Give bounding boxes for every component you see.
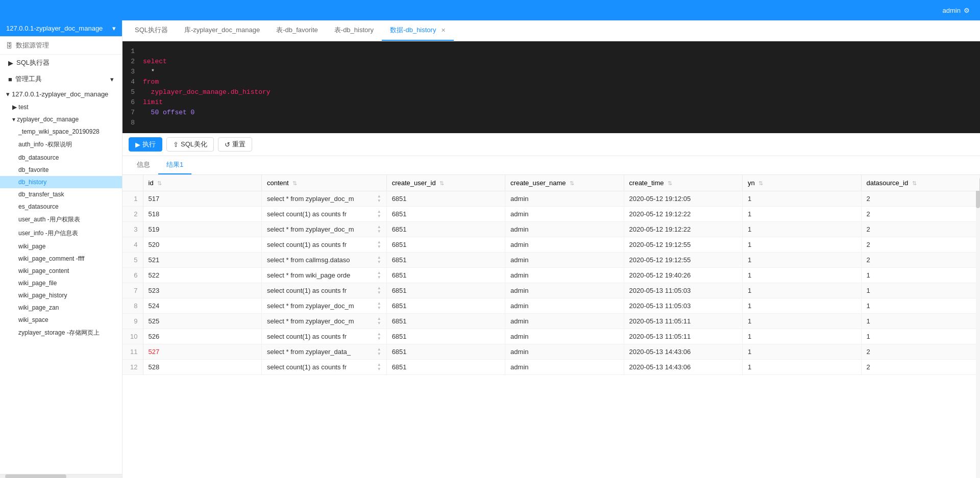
cell-datasource-id[interactable] <box>861 283 979 298</box>
datasource_id-input[interactable] <box>867 210 974 218</box>
cell-id[interactable] <box>143 283 261 298</box>
cell-create-time[interactable] <box>624 191 742 207</box>
cell-content[interactable]: ▲▼ <box>261 283 386 298</box>
content-input[interactable] <box>267 317 376 325</box>
datasource_id-input[interactable] <box>867 195 974 203</box>
tab-db-lib[interactable]: 库-zyplayer_doc_manage <box>176 20 268 41</box>
create_time-input[interactable] <box>629 287 737 294</box>
execute-button[interactable]: ▶ 执行 <box>129 137 162 152</box>
content-input[interactable] <box>267 333 376 340</box>
yn-input[interactable] <box>748 363 855 371</box>
content-input[interactable] <box>267 256 376 264</box>
arrow-up-icon[interactable]: ▲ <box>377 317 381 321</box>
cell-id[interactable] <box>143 191 261 207</box>
tab-table-db-history[interactable]: 表-db_history <box>326 20 382 41</box>
create_time-input[interactable] <box>629 256 737 264</box>
cell-content[interactable]: ▲▼ <box>261 360 386 375</box>
tree-node-wiki-page-zan[interactable]: wiki_page_zan <box>0 301 122 314</box>
cell-create-time[interactable] <box>624 329 742 344</box>
create_user_name-input[interactable] <box>510 256 618 264</box>
tree-node-wiki-space[interactable]: wiki_space <box>0 314 122 326</box>
create_time-input[interactable] <box>629 225 737 233</box>
content-input[interactable] <box>267 348 376 356</box>
col-create-user-id[interactable]: create_user_id ⇅ <box>386 175 505 191</box>
arrow-up-icon[interactable]: ▲ <box>377 256 381 260</box>
cell-id[interactable] <box>143 237 261 253</box>
tree-node-auth-info[interactable]: auth_info -权限说明 <box>0 138 122 152</box>
arrow-up-icon[interactable]: ▲ <box>377 240 381 244</box>
id-input[interactable] <box>149 241 256 248</box>
cell-yn[interactable] <box>743 344 861 360</box>
reset-button[interactable]: ↺ 重置 <box>218 137 252 152</box>
tree-node-wiki-page-content[interactable]: wiki_page_content <box>0 265 122 277</box>
create_user_id-input[interactable] <box>392 225 500 233</box>
create_time-input[interactable] <box>629 302 737 310</box>
tree-node-wiki-page-history[interactable]: wiki_page_history <box>0 289 122 301</box>
tree-node-temp-wiki-space[interactable]: _temp_wiki_space_20190928 <box>0 125 122 138</box>
cell-yn[interactable] <box>743 329 861 344</box>
tree-node-user-auth[interactable]: user_auth -用户权限表 <box>0 213 122 227</box>
cell-id[interactable] <box>143 253 261 268</box>
arrow-down-icon[interactable]: ▼ <box>377 321 381 325</box>
datasource_id-input[interactable] <box>867 363 974 371</box>
cell-create-time[interactable] <box>624 298 742 314</box>
cell-datasource-id[interactable] <box>861 207 979 222</box>
cell-content[interactable]: ▲▼ <box>261 222 386 237</box>
cell-create-user-name[interactable] <box>505 314 624 329</box>
cell-content[interactable]: ▲▼ <box>261 253 386 268</box>
cell-datasource-id[interactable] <box>861 298 979 314</box>
arrow-down-icon[interactable]: ▼ <box>377 260 381 264</box>
cell-yn[interactable] <box>743 253 861 268</box>
col-id[interactable]: id ⇅ <box>143 175 261 191</box>
cell-create-user-id[interactable] <box>386 191 505 207</box>
cell-content[interactable]: ▲▼ <box>261 329 386 344</box>
content-arrows[interactable]: ▲▼ <box>377 210 381 218</box>
cell-yn[interactable] <box>743 283 861 298</box>
cell-create-user-id[interactable] <box>386 283 505 298</box>
content-arrows[interactable]: ▲▼ <box>377 225 381 234</box>
id-input[interactable] <box>149 363 256 371</box>
yn-input[interactable] <box>748 195 855 203</box>
cell-create-user-name[interactable] <box>505 237 624 253</box>
yn-input[interactable] <box>748 302 855 310</box>
arrow-down-icon[interactable]: ▼ <box>377 352 381 356</box>
cell-create-user-name[interactable] <box>505 344 624 360</box>
arrow-down-icon[interactable]: ▼ <box>377 214 381 218</box>
id-input[interactable] <box>149 333 256 340</box>
sql-editor[interactable]: 1 2 3 4 5 6 7 8 select * from zyplayer_d… <box>122 41 980 133</box>
datasource_id-input[interactable] <box>867 348 974 356</box>
cell-create-user-name[interactable] <box>505 207 624 222</box>
cell-datasource-id[interactable] <box>861 360 979 375</box>
datasource_id-input[interactable] <box>867 302 974 310</box>
format-button[interactable]: ⇧ SQL美化 <box>166 137 214 152</box>
tree-node-zyplayer-doc-manage[interactable]: ▾ zyplayer_doc_manage <box>0 113 122 125</box>
content-input[interactable] <box>267 225 376 233</box>
result-tab-info[interactable]: 信息 <box>129 156 158 174</box>
cell-yn[interactable] <box>743 268 861 283</box>
create_user_name-input[interactable] <box>510 317 618 325</box>
cell-create-user-id[interactable] <box>386 268 505 283</box>
arrow-down-icon[interactable]: ▼ <box>377 275 381 280</box>
create_user_id-input[interactable] <box>392 302 500 310</box>
create_time-input[interactable] <box>629 241 737 248</box>
cell-create-time[interactable] <box>624 283 742 298</box>
content-arrows[interactable]: ▲▼ <box>377 317 381 325</box>
cell-create-time[interactable] <box>624 314 742 329</box>
create_user_name-input[interactable] <box>510 333 618 340</box>
create_user_id-input[interactable] <box>392 195 500 203</box>
tree-node-db-datasource[interactable]: db_datasource <box>0 152 122 164</box>
content-input[interactable] <box>267 271 376 279</box>
col-create-time[interactable]: create_time ⇅ <box>624 175 742 191</box>
create_user_id-input[interactable] <box>392 241 500 248</box>
cell-id[interactable] <box>143 329 261 344</box>
content-input[interactable] <box>267 195 376 203</box>
datasource_id-input[interactable] <box>867 256 974 264</box>
tab-sql-executor[interactable]: SQL执行器 <box>127 20 176 41</box>
col-yn[interactable]: yn ⇅ <box>743 175 861 191</box>
cell-create-user-name[interactable] <box>505 298 624 314</box>
datasource_id-input[interactable] <box>867 287 974 294</box>
cell-create-user-id[interactable] <box>386 360 505 375</box>
cell-create-user-id[interactable] <box>386 329 505 344</box>
cell-yn[interactable] <box>743 298 861 314</box>
cell-datasource-id[interactable] <box>861 222 979 237</box>
